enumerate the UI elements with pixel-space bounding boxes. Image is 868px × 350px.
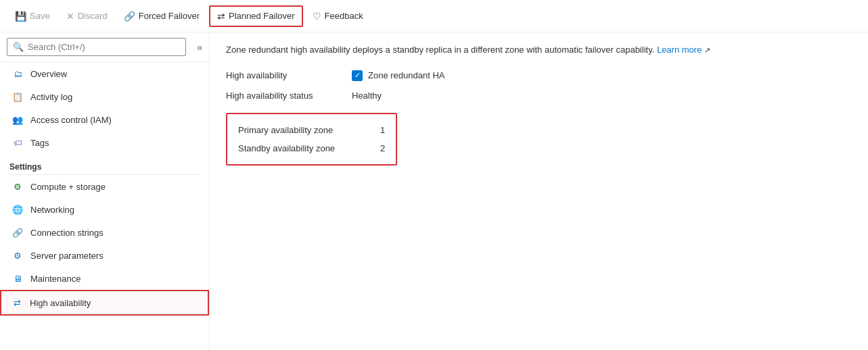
primary-zone-value: 1 bbox=[380, 125, 385, 135]
sidebar-item-label: Activity log bbox=[30, 92, 72, 102]
standby-zone-label: Standby availability zone bbox=[238, 143, 367, 153]
sidebar-item-label: Maintenance bbox=[30, 274, 81, 284]
forced-failover-button[interactable]: 🔗 Forced Failover bbox=[117, 7, 206, 26]
sidebar-item-label: Server parameters bbox=[30, 251, 104, 261]
sidebar-item-label: Networking bbox=[30, 205, 74, 215]
networking-icon: 🌐 bbox=[12, 203, 24, 216]
sidebar-item-activity-log[interactable]: 📋 Activity log bbox=[0, 85, 209, 108]
sidebar-item-maintenance[interactable]: 🖥 Maintenance bbox=[0, 267, 209, 290]
save-icon: 💾 bbox=[15, 11, 26, 22]
ha-field-value: ✓ Zone redundant HA bbox=[352, 70, 444, 81]
primary-zone-row: Primary availability zone 1 bbox=[238, 121, 385, 139]
ha-status-label: High availability status bbox=[226, 91, 341, 101]
primary-zone-label: Primary availability zone bbox=[238, 125, 367, 135]
sidebar-item-label: Access control (IAM) bbox=[30, 115, 112, 125]
ha-value-text: Zone redundant HA bbox=[368, 70, 444, 80]
sidebar-item-label: Tags bbox=[30, 138, 49, 148]
tags-icon: 🏷 bbox=[12, 136, 24, 149]
sidebar-item-label: Connection strings bbox=[30, 228, 104, 238]
sidebar: 🔍 « 🗂 Overview 📋 Activity log 👥 Access c… bbox=[0, 32, 210, 350]
sidebar-item-tags[interactable]: 🏷 Tags bbox=[0, 131, 209, 154]
content-area: Zone redundant high availability deploys… bbox=[210, 32, 868, 350]
sidebar-item-compute-storage[interactable]: ⚙ Compute + storage bbox=[0, 175, 209, 198]
main-layout: 🔍 « 🗂 Overview 📋 Activity log 👥 Access c… bbox=[0, 32, 868, 350]
settings-section-label: Settings bbox=[0, 154, 209, 174]
compute-storage-icon: ⚙ bbox=[12, 180, 24, 193]
feedback-icon: ♡ bbox=[313, 11, 321, 22]
connection-strings-icon: 🔗 bbox=[12, 226, 24, 239]
sidebar-item-server-parameters[interactable]: ⚙ Server parameters bbox=[0, 244, 209, 267]
discard-icon: ✕ bbox=[66, 11, 74, 22]
planned-failover-button[interactable]: ⇄ Planned Failover bbox=[209, 5, 303, 27]
ha-status-value: Healthy bbox=[352, 91, 382, 101]
ha-checkbox[interactable]: ✓ bbox=[352, 70, 363, 81]
save-button[interactable]: 💾 Save bbox=[8, 7, 57, 26]
activity-log-icon: 📋 bbox=[12, 91, 24, 103]
server-parameters-icon: ⚙ bbox=[12, 249, 24, 261]
ha-status-text: Healthy bbox=[352, 91, 382, 101]
info-text: Zone redundant high availability deploys… bbox=[226, 43, 852, 57]
ha-status-field: High availability status Healthy bbox=[226, 91, 852, 101]
sidebar-item-label: High availability bbox=[30, 298, 91, 308]
maintenance-icon: 🖥 bbox=[12, 272, 24, 284]
search-box[interactable]: 🔍 bbox=[7, 38, 186, 56]
sidebar-item-connection-strings[interactable]: 🔗 Connection strings bbox=[0, 221, 209, 244]
high-availability-icon: ⇄ bbox=[11, 297, 23, 309]
feedback-button[interactable]: ♡ Feedback bbox=[306, 7, 370, 26]
overview-icon: 🗂 bbox=[12, 68, 24, 80]
external-link-icon: ↗ bbox=[704, 46, 710, 54]
sidebar-item-label: Overview bbox=[30, 69, 67, 79]
standby-zone-value: 2 bbox=[380, 143, 385, 153]
planned-failover-icon: ⇄ bbox=[217, 11, 225, 22]
availability-zone-box: Primary availability zone 1 Standby avai… bbox=[226, 113, 397, 166]
standby-zone-row: Standby availability zone 2 bbox=[238, 139, 385, 157]
high-availability-field: High availability ✓ Zone redundant HA bbox=[226, 70, 852, 81]
ha-field-label: High availability bbox=[226, 70, 341, 80]
sidebar-item-label: Compute + storage bbox=[30, 182, 106, 192]
discard-button[interactable]: ✕ Discard bbox=[60, 7, 114, 26]
search-row: 🔍 « bbox=[0, 32, 209, 62]
access-control-icon: 👥 bbox=[12, 114, 24, 126]
search-icon: 🔍 bbox=[13, 42, 24, 52]
learn-more-link[interactable]: Learn more bbox=[657, 45, 702, 55]
sidebar-item-access-control[interactable]: 👥 Access control (IAM) bbox=[0, 108, 209, 131]
sidebar-item-high-availability[interactable]: ⇄ High availability bbox=[0, 290, 209, 316]
sidebar-item-overview[interactable]: 🗂 Overview bbox=[0, 62, 209, 85]
forced-failover-icon: 🔗 bbox=[124, 11, 135, 22]
collapse-button[interactable]: « bbox=[193, 39, 206, 55]
search-input[interactable] bbox=[28, 42, 180, 52]
toolbar: 💾 Save ✕ Discard 🔗 Forced Failover ⇄ Pla… bbox=[0, 0, 868, 32]
sidebar-item-networking[interactable]: 🌐 Networking bbox=[0, 198, 209, 221]
